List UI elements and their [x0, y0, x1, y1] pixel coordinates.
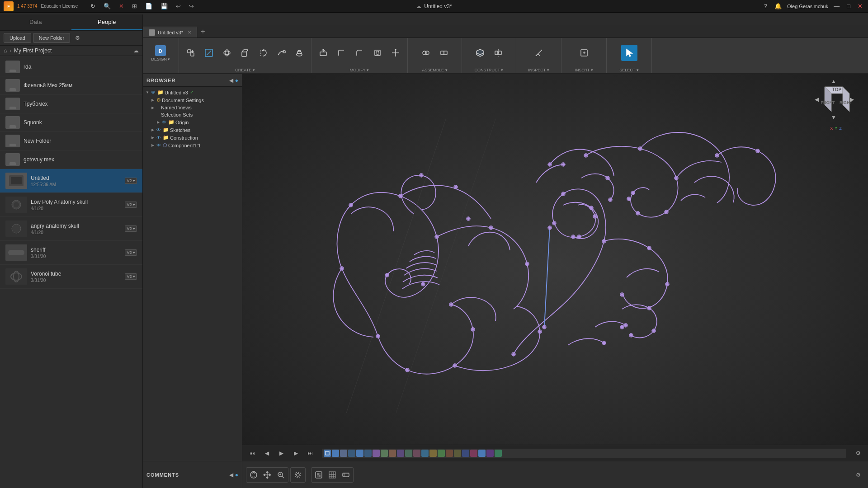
- tab-close-icon[interactable]: ✕: [188, 30, 191, 35]
- list-item[interactable]: Voronoi tube 3/31/20 V2 ▾: [0, 265, 142, 289]
- ui-visibility-icon[interactable]: [340, 469, 352, 481]
- display-mode-icon[interactable]: [312, 469, 325, 481]
- shell-btn[interactable]: [369, 45, 386, 61]
- new-component-btn[interactable]: [183, 45, 199, 61]
- comments-close-icon[interactable]: ●: [235, 472, 238, 478]
- timeline-marker-12[interactable]: [413, 450, 420, 457]
- tree-item-sketches[interactable]: ▶ 👁 📁 Sketches: [143, 126, 242, 134]
- timeline-marker-16[interactable]: [446, 450, 453, 457]
- viewport[interactable]: .sp { fill:none; stroke:#b090e0; stroke-…: [242, 74, 868, 461]
- maximize-btn[interactable]: □: [845, 2, 852, 10]
- close-small-icon[interactable]: ✕: [117, 2, 126, 10]
- joint-btn[interactable]: [418, 45, 434, 61]
- list-item[interactable]: Финальй Мех 25мм: [0, 76, 142, 95]
- version-badge[interactable]: V2 ▾: [125, 178, 137, 184]
- play-first-btn[interactable]: ⏮: [246, 447, 259, 460]
- browser-collapse-icon[interactable]: ◀: [229, 77, 233, 84]
- doc-icon[interactable]: 📄: [143, 2, 154, 10]
- list-item[interactable]: angry anatomy skull 4/1/20 V2 ▾: [0, 217, 142, 241]
- grid-display-icon[interactable]: [326, 469, 339, 481]
- view-cube[interactable]: TOP FRONT RIGHT ▲ ▼ ◀ ▶ X Y Z: [811, 78, 861, 136]
- play-next-btn[interactable]: ▶: [289, 447, 302, 460]
- timeline-marker-6[interactable]: [364, 450, 372, 457]
- browser-close-icon[interactable]: ●: [235, 77, 238, 84]
- minimize-btn[interactable]: —: [832, 2, 841, 10]
- list-item[interactable]: gotovuy mex: [0, 150, 142, 169]
- version-badge[interactable]: V2 ▾: [125, 225, 137, 232]
- upload-button[interactable]: Upload: [4, 33, 31, 43]
- timeline-track[interactable]: [322, 449, 846, 458]
- select-btn[interactable]: [621, 45, 637, 61]
- fit-all-icon[interactable]: [292, 469, 304, 481]
- version-badge[interactable]: V2 ▾: [125, 249, 137, 256]
- list-item[interactable]: Low Poly Anatomy skull 4/1/20 V2 ▾: [0, 193, 142, 217]
- panel-settings-icon[interactable]: ⚙: [72, 33, 83, 43]
- zoom-icon[interactable]: [274, 469, 287, 481]
- midplane-btn[interactable]: [490, 45, 506, 61]
- timeline-marker-3[interactable]: [340, 450, 347, 457]
- timeline-marker-8[interactable]: [381, 450, 388, 457]
- sweep-btn[interactable]: [273, 45, 289, 61]
- redo-icon[interactable]: ↪: [187, 2, 196, 10]
- eye-icon[interactable]: 👁: [156, 143, 161, 148]
- grid-icon[interactable]: ⊞: [130, 2, 139, 10]
- timeline-marker-11[interactable]: [405, 450, 412, 457]
- tree-item-construction[interactable]: ▶ 👁 📁 Construction: [143, 134, 242, 141]
- timeline-marker-22[interactable]: [495, 450, 502, 457]
- tree-item-component1[interactable]: ▶ 👁 ⬡ Component1:1: [143, 141, 242, 149]
- cube-right-face[interactable]: [843, 87, 849, 112]
- tree-item-root[interactable]: ▼ 👁 📁 Untitled v3 ✓: [143, 89, 242, 96]
- tree-item-named-views[interactable]: ▶ Named Views: [143, 104, 242, 111]
- timeline-marker-2[interactable]: [332, 450, 339, 457]
- timeline-marker-5[interactable]: [356, 450, 363, 457]
- tree-item-doc-settings[interactable]: ▶ ⚙ Document Settings: [143, 96, 242, 104]
- loft-btn[interactable]: [291, 45, 307, 61]
- search-icon[interactable]: 🔍: [102, 2, 113, 10]
- list-item[interactable]: rda: [0, 58, 142, 76]
- measure-btn[interactable]: [531, 45, 547, 61]
- timeline-marker-15[interactable]: [438, 450, 445, 457]
- refresh-icon[interactable]: ↻: [89, 2, 97, 10]
- tab-data[interactable]: Data: [0, 14, 71, 30]
- timeline-marker-19[interactable]: [470, 450, 477, 457]
- timeline-marker-17[interactable]: [454, 450, 461, 457]
- move-btn[interactable]: [387, 45, 404, 61]
- panel-cloud-icon[interactable]: ☁: [133, 47, 139, 54]
- orbit-icon[interactable]: [247, 469, 260, 481]
- new-folder-button[interactable]: New Folder: [33, 33, 70, 43]
- play-last-btn[interactable]: ⏭: [304, 447, 316, 460]
- tree-item-origin[interactable]: ▶ 👁 📁 Origin: [143, 118, 242, 126]
- timeline-settings-icon[interactable]: ⚙: [852, 447, 864, 460]
- timeline-marker-14[interactable]: [429, 450, 437, 457]
- undo-icon[interactable]: ↩: [174, 2, 183, 10]
- version-badge[interactable]: V2 ▾: [125, 202, 137, 208]
- list-item[interactable]: sheriff 3/31/20 V2 ▾: [0, 241, 142, 265]
- play-prev-btn[interactable]: ◀: [260, 447, 273, 460]
- press-pull-btn[interactable]: [315, 45, 331, 61]
- list-item[interactable]: Трубомех: [0, 95, 142, 113]
- eye-icon[interactable]: 👁: [151, 90, 156, 95]
- revolve-btn[interactable]: [255, 45, 271, 61]
- timeline-marker-21[interactable]: [486, 450, 494, 457]
- play-btn[interactable]: ▶: [275, 447, 288, 460]
- pan-icon[interactable]: [261, 469, 274, 481]
- save-icon[interactable]: 💾: [159, 2, 170, 10]
- insert-mesh-btn[interactable]: [576, 45, 592, 61]
- nav-cube-svg[interactable]: TOP FRONT RIGHT ▲ ▼ ◀ ▶: [811, 78, 856, 123]
- offset-plane-btn[interactable]: [472, 45, 488, 61]
- list-item[interactable]: Squonk: [0, 113, 142, 132]
- eye-icon[interactable]: 👁: [156, 135, 161, 140]
- timeline-marker-18[interactable]: [462, 450, 469, 457]
- notifications-icon[interactable]: 🔔: [773, 2, 783, 10]
- help-icon[interactable]: ?: [762, 2, 769, 10]
- document-tab[interactable]: Untitled v3* ✕: [143, 27, 197, 38]
- timeline-marker-9[interactable]: [389, 450, 396, 457]
- version-badge[interactable]: V2 ▾: [125, 273, 137, 280]
- tree-item-selection-sets[interactable]: Selection Sets: [143, 111, 242, 118]
- timeline-marker-4[interactable]: [348, 450, 355, 457]
- as-built-joint-btn[interactable]: [436, 45, 452, 61]
- eye-icon[interactable]: 👁: [162, 120, 166, 125]
- timeline-marker-7[interactable]: [373, 450, 380, 457]
- fillet-btn[interactable]: [333, 45, 349, 61]
- timeline-settings-btn[interactable]: ⚙: [852, 469, 864, 481]
